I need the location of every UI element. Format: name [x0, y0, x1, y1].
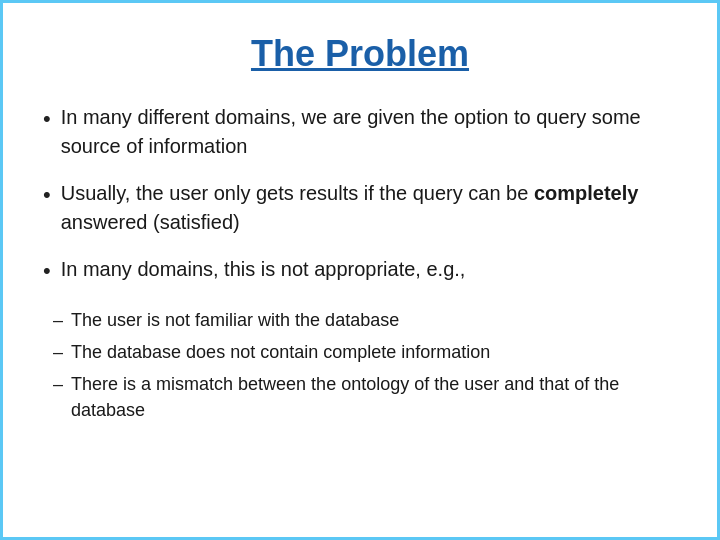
bullet-item-1: • In many different domains, we are give… — [43, 103, 677, 161]
sub-bullet-text-3: There is a mismatch between the ontology… — [71, 371, 677, 423]
sub-bullet-dash-2: – — [53, 339, 63, 365]
bullet-item-3: • In many domains, this is not appropria… — [43, 255, 677, 423]
sub-bullet-item-1: – The user is not familiar with the data… — [53, 307, 677, 333]
bullet-text-2-before: Usually, the user only gets results if t… — [61, 182, 534, 204]
bullet-text-3: In many domains, this is not appropriate… — [61, 255, 466, 284]
bullet-text-1: In many different domains, we are given … — [61, 103, 677, 161]
sub-bullet-item-2: – The database does not contain complete… — [53, 339, 677, 365]
sub-bullets-3: – The user is not familiar with the data… — [43, 307, 677, 423]
bullet-text-2-after: answered (satisfied) — [61, 211, 240, 233]
bullet-text-2: Usually, the user only gets results if t… — [61, 179, 677, 237]
bullet-text-2-bold: completely — [534, 182, 638, 204]
sub-bullet-dash-3: – — [53, 371, 63, 397]
sub-bullet-text-2: The database does not contain complete i… — [71, 339, 490, 365]
bullet-dot-3: • — [43, 256, 51, 287]
bullet-dot-2: • — [43, 180, 51, 211]
bullet-dot-1: • — [43, 104, 51, 135]
slide-container: The Problem • In many different domains,… — [0, 0, 720, 540]
sub-bullet-dash-1: – — [53, 307, 63, 333]
sub-bullet-item-3: – There is a mismatch between the ontolo… — [53, 371, 677, 423]
slide-content: • In many different domains, we are give… — [43, 103, 677, 507]
sub-bullet-text-1: The user is not familiar with the databa… — [71, 307, 399, 333]
slide-title: The Problem — [43, 33, 677, 75]
bullet-item-2: • Usually, the user only gets results if… — [43, 179, 677, 237]
